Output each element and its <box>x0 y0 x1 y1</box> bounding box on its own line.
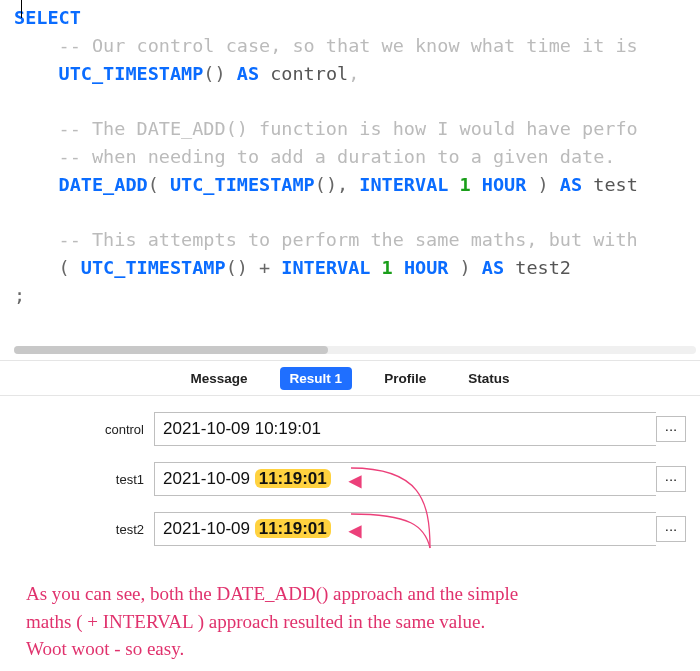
annotation-text: As you can see, both the DATE_ADD() appr… <box>0 570 700 663</box>
comment: -- This attempts to perform the same mat… <box>59 229 638 250</box>
expand-button[interactable]: ... <box>656 516 686 542</box>
result-value[interactable]: 2021-10-09 11:19:01 <box>154 512 656 546</box>
result-value[interactable]: 2021-10-09 10:19:01 <box>154 412 656 446</box>
literal-1: 1 <box>460 174 471 195</box>
result-label: test2 <box>14 522 154 537</box>
tab-profile[interactable]: Profile <box>374 367 436 390</box>
results-panel: control 2021-10-09 10:19:01 ... test1 20… <box>0 396 700 570</box>
annotation-line: As you can see, both the DATE_ADD() appr… <box>26 580 674 608</box>
tab-message[interactable]: Message <box>181 367 258 390</box>
fn-utc: UTC_TIMESTAMP <box>170 174 315 195</box>
scrollbar-thumb[interactable] <box>14 346 328 354</box>
results-tabs: Message Result 1 Profile Status <box>0 360 700 396</box>
literal-1: 1 <box>382 257 393 278</box>
fn-utc: UTC_TIMESTAMP <box>81 257 226 278</box>
expand-button[interactable]: ... <box>656 416 686 442</box>
result-value[interactable]: 2021-10-09 11:19:01 <box>154 462 656 496</box>
alias-control: control <box>270 63 348 84</box>
terminator: ; <box>14 285 25 306</box>
alias-test2: test2 <box>515 257 571 278</box>
keyword-interval: INTERVAL <box>359 174 448 195</box>
arrow-icon: ◀ <box>349 521 361 540</box>
comment: -- Our control case, so that we know wha… <box>59 35 638 56</box>
result-row-control: control 2021-10-09 10:19:01 ... <box>14 412 686 446</box>
keyword-hour: HOUR <box>404 257 449 278</box>
result-label: test1 <box>14 472 154 487</box>
comment: -- The DATE_ADD() function is how I woul… <box>59 118 638 139</box>
keyword-as: AS <box>560 174 582 195</box>
fn-date-add: DATE_ADD <box>59 174 148 195</box>
result-row-test1: test1 2021-10-09 11:19:01 ... ◀ <box>14 462 686 496</box>
result-label: control <box>14 422 154 437</box>
annotation-line: Woot woot - so easy. <box>26 635 674 663</box>
keyword-as: AS <box>482 257 504 278</box>
horizontal-scrollbar[interactable] <box>14 346 696 354</box>
keyword-hour: HOUR <box>482 174 527 195</box>
alias-test1: test <box>593 174 638 195</box>
result-text: 2021-10-09 10:19:01 <box>163 419 321 438</box>
keyword-interval: INTERVAL <box>281 257 370 278</box>
sql-editor[interactable]: SELECT -- Our control case, so that we k… <box>0 0 700 360</box>
result-row-test2: test2 2021-10-09 11:19:01 ... ◀ <box>14 512 686 546</box>
text-cursor <box>21 0 22 18</box>
arrow-icon: ◀ <box>349 471 361 490</box>
highlighted-time: 11:19:01 <box>255 519 331 538</box>
tab-status[interactable]: Status <box>458 367 519 390</box>
keyword-as: AS <box>237 63 259 84</box>
expand-button[interactable]: ... <box>656 466 686 492</box>
fn-utc: UTC_TIMESTAMP <box>59 63 204 84</box>
tab-result-1[interactable]: Result 1 <box>280 367 353 390</box>
code-block: SELECT -- Our control case, so that we k… <box>14 4 700 309</box>
result-text: 2021-10-09 <box>163 469 255 488</box>
annotation-line: maths ( + INTERVAL ) approach resulted i… <box>26 608 674 636</box>
highlighted-time: 11:19:01 <box>255 469 331 488</box>
comment: -- when needing to add a duration to a g… <box>59 146 616 167</box>
result-text: 2021-10-09 <box>163 519 255 538</box>
keyword-select: SELECT <box>14 7 81 28</box>
